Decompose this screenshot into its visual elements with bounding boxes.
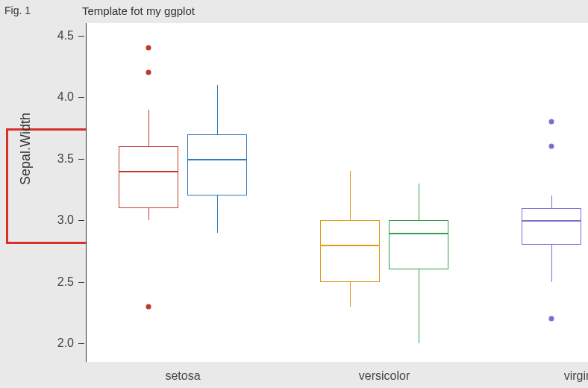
y-tick: 2.0	[57, 337, 74, 350]
x-tick: versicolor	[359, 369, 410, 383]
chart-frame: Fig. 1 Template fot my ggplot Sepal.Widt…	[0, 0, 588, 388]
y-axis-line	[86, 23, 87, 362]
y-axis-label: Sepal.Width	[18, 113, 34, 185]
box-outlier	[549, 144, 554, 149]
box-outlier	[146, 46, 151, 51]
box-median	[119, 171, 178, 172]
plot-panel: 2.02.53.03.54.04.5setosaversicolorvirgin…	[86, 23, 588, 362]
box-median	[522, 220, 581, 222]
x-tick: virginica	[564, 369, 588, 383]
box-body	[522, 208, 581, 245]
figure-label: Fig. 1	[4, 4, 31, 16]
box-median	[320, 245, 380, 246]
x-tick: setosa	[165, 369, 200, 383]
y-tick: 3.0	[57, 213, 74, 227]
box-body	[187, 134, 247, 196]
y-tick: 4.5	[57, 29, 74, 43]
box-outlier	[549, 119, 554, 125]
y-tick: 3.5	[57, 152, 74, 166]
box-outlier	[146, 70, 151, 75]
box-median	[389, 233, 448, 234]
y-tick: 4.0	[57, 90, 74, 104]
chart-title: Template fot my ggplot	[82, 4, 195, 17]
box-outlier	[549, 316, 554, 322]
box-outlier	[146, 304, 151, 309]
box-body	[320, 220, 380, 282]
box-body	[389, 220, 448, 269]
box-median	[187, 159, 247, 160]
y-tick: 2.5	[57, 275, 74, 289]
box-body	[119, 146, 178, 208]
